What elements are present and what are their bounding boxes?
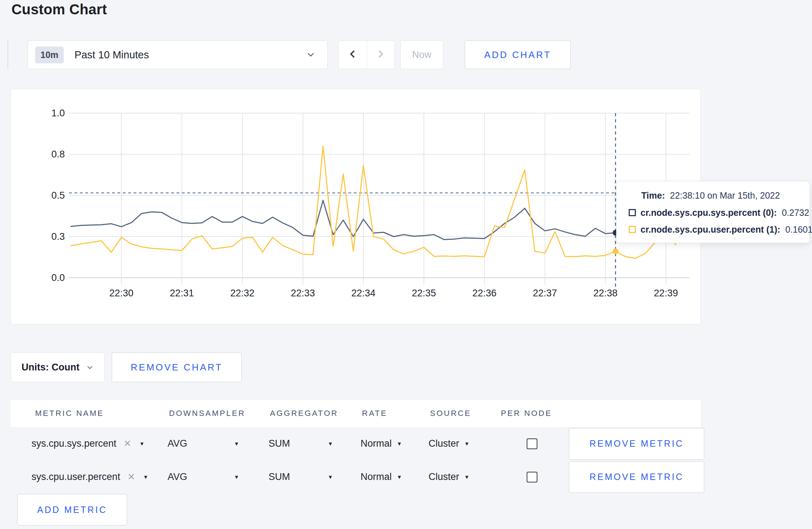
- chart-hover-tooltip: Time: 22:38:10 on Mar 15th, 2022 cr.node…: [616, 181, 810, 243]
- rate-select[interactable]: Normal ▼: [361, 438, 402, 449]
- metrics-table-header: METRIC NAME DOWNSAMPLER AGGREGATOR RATE …: [11, 400, 701, 427]
- per-node-checkbox[interactable]: [527, 472, 537, 482]
- remove-metric-button[interactable]: REMOVE METRIC: [569, 428, 704, 460]
- tooltip-time-value: 22:38:10 on Mar 15th, 2022: [670, 190, 780, 201]
- svg-text:0.5: 0.5: [51, 190, 65, 201]
- svg-text:22:35: 22:35: [412, 288, 436, 299]
- add-chart-label: ADD CHART: [484, 49, 551, 60]
- tooltip-series-row: cr.node.sys.cpu.user.percent (1): 0.1601: [629, 224, 799, 235]
- col-header-aggregator: AGGREGATOR: [258, 409, 351, 418]
- metric-name-select[interactable]: sys.cpu.user.percent ✕ ▼: [32, 471, 148, 482]
- caret-down-icon: ▼: [397, 441, 402, 446]
- svg-text:0.0: 0.0: [51, 272, 65, 283]
- aggregator-select[interactable]: SUM ▼: [269, 438, 333, 449]
- downsampler-value: AVG: [168, 438, 187, 449]
- downsampler-value: AVG: [168, 471, 187, 482]
- caret-down-icon: ▼: [464, 441, 470, 446]
- remove-metric-label: REMOVE METRIC: [589, 438, 683, 449]
- caret-down-icon: ▼: [234, 474, 239, 480]
- line-chart[interactable]: 0.00.30.50.81.022:3022:3122:3222:3322:34…: [11, 89, 700, 324]
- series-sys-swatch-icon: [629, 209, 636, 216]
- tooltip-sys-value: 0.2732: [782, 207, 809, 218]
- remove-chart-button[interactable]: REMOVE CHART: [112, 353, 242, 382]
- remove-metric-button[interactable]: REMOVE METRIC: [569, 461, 704, 493]
- add-chart-button[interactable]: ADD CHART: [465, 40, 571, 69]
- page-title: Custom Chart: [11, 1, 107, 18]
- chart-card: 0.00.30.50.81.022:3022:3122:3222:3322:34…: [11, 89, 701, 324]
- svg-text:22:30: 22:30: [109, 288, 134, 299]
- per-node-checkbox[interactable]: [527, 438, 537, 449]
- prev-time-button[interactable]: [339, 41, 367, 69]
- downsampler-select[interactable]: AVG ▼: [168, 471, 239, 482]
- caret-down-icon: ▼: [234, 441, 239, 446]
- toolbar-divider: [8, 40, 8, 69]
- svg-text:22:37: 22:37: [533, 288, 557, 299]
- rate-value: Normal: [361, 471, 392, 482]
- custom-chart-page: Custom Chart 10m Past 10 Minutes Now ADD…: [0, 0, 812, 529]
- caret-down-icon: ▼: [139, 441, 145, 446]
- remove-metric-label: REMOVE METRIC: [589, 472, 683, 482]
- series-user-swatch-icon: [629, 226, 636, 233]
- caret-down-icon: ▼: [143, 474, 148, 480]
- metric-row: sys.cpu.sys.percent ✕ ▼ AVG ▼ SUM ▼ Norm…: [11, 427, 701, 460]
- now-button[interactable]: Now: [400, 40, 443, 69]
- aggregator-select[interactable]: SUM ▼: [269, 471, 333, 482]
- rate-value: Normal: [361, 438, 392, 449]
- tooltip-sys-label: cr.node.sys.cpu.sys.percent (0):: [641, 207, 777, 218]
- series-line-1: [71, 146, 676, 258]
- source-value: Cluster: [429, 471, 459, 482]
- next-time-button[interactable]: [367, 41, 395, 69]
- units-dropdown[interactable]: Units: Count: [11, 353, 105, 382]
- chevron-right-icon: [375, 49, 386, 61]
- chevron-down-icon: [86, 364, 94, 372]
- metric-name-value: sys.cpu.sys.percent: [32, 438, 116, 449]
- svg-text:22:34: 22:34: [351, 288, 376, 299]
- tooltip-time-row: Time: 22:38:10 on Mar 15th, 2022: [641, 190, 799, 201]
- units-label: Units: Count: [21, 362, 79, 373]
- tooltip-series-row: cr.node.sys.cpu.sys.percent (0): 0.2732: [629, 207, 799, 218]
- caret-down-icon: ▼: [328, 441, 333, 446]
- tooltip-time-label: Time:: [641, 190, 665, 201]
- col-header-metric-name: METRIC NAME: [32, 409, 158, 418]
- now-button-label: Now: [412, 49, 431, 60]
- time-range-badge: 10m: [35, 47, 64, 63]
- time-range-picker[interactable]: 10m Past 10 Minutes: [28, 40, 328, 69]
- tooltip-user-value: 0.1601: [785, 224, 812, 235]
- svg-text:22:36: 22:36: [472, 288, 497, 299]
- col-header-rate: RATE: [351, 409, 419, 418]
- add-metric-label: ADD METRIC: [37, 505, 107, 515]
- source-select[interactable]: Cluster ▼: [429, 438, 469, 449]
- caret-down-icon: ▼: [397, 474, 402, 480]
- svg-text:1.0: 1.0: [51, 108, 65, 118]
- aggregator-value: SUM: [269, 438, 290, 449]
- time-nav-group: [338, 40, 395, 69]
- time-range-label: Past 10 Minutes: [74, 49, 149, 61]
- aggregator-value: SUM: [269, 471, 290, 482]
- chevron-left-icon: [347, 49, 358, 61]
- metric-name-select[interactable]: sys.cpu.sys.percent ✕ ▼: [32, 438, 145, 449]
- svg-text:22:32: 22:32: [230, 288, 255, 299]
- col-header-source: SOURCE: [419, 409, 489, 418]
- svg-text:0.3: 0.3: [51, 231, 65, 242]
- svg-text:22:39: 22:39: [654, 288, 678, 299]
- col-header-downsampler: DOWNSAMPLER: [158, 409, 258, 418]
- remove-chart-label: REMOVE CHART: [131, 362, 223, 373]
- chart-grid: 0.00.30.50.81.022:3022:3122:3222:3322:34…: [51, 108, 690, 299]
- add-metric-button[interactable]: ADD METRIC: [17, 494, 127, 525]
- downsampler-select[interactable]: AVG ▼: [168, 438, 239, 449]
- chevron-down-icon: [306, 50, 316, 60]
- svg-text:22:38: 22:38: [593, 288, 618, 299]
- rate-select[interactable]: Normal ▼: [361, 471, 402, 482]
- clear-metric-icon[interactable]: ✕: [124, 438, 131, 449]
- svg-text:22:33: 22:33: [291, 288, 315, 299]
- metric-row: sys.cpu.user.percent ✕ ▼ AVG ▼ SUM ▼ Nor…: [11, 460, 701, 494]
- caret-down-icon: ▼: [464, 474, 470, 480]
- metric-name-value: sys.cpu.user.percent: [32, 471, 120, 482]
- svg-text:0.8: 0.8: [51, 149, 65, 160]
- source-value: Cluster: [429, 438, 459, 449]
- source-select[interactable]: Cluster ▼: [429, 471, 469, 482]
- caret-down-icon: ▼: [328, 474, 333, 480]
- svg-text:22:31: 22:31: [170, 288, 194, 299]
- clear-metric-icon[interactable]: ✕: [127, 471, 135, 482]
- hover-point-user: [613, 248, 618, 254]
